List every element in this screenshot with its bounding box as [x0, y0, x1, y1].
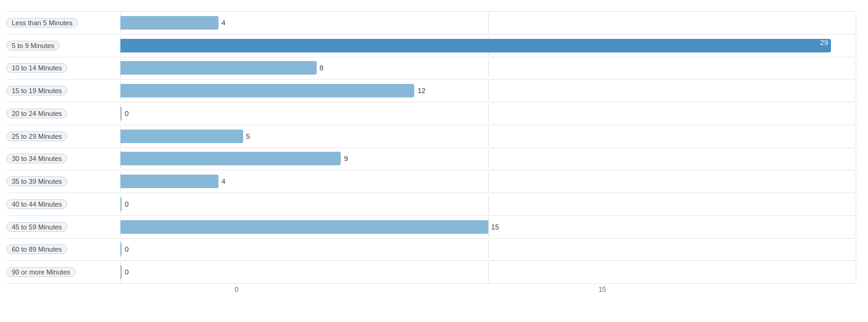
bar-section: 15 — [120, 217, 856, 237]
bar — [120, 152, 341, 165]
bar-label: Less than 5 Minutes — [6, 18, 78, 28]
bar-label: 20 to 24 Minutes — [6, 109, 67, 118]
chart-container: Less than 5 Minutes45 to 9 Minutes2910 t… — [0, 0, 868, 322]
bar-track: 9 — [120, 152, 856, 165]
bar-section: 9 — [120, 149, 856, 169]
bar-track: 0 — [120, 242, 856, 256]
bar-row: 30 to 34 Minutes9 — [6, 148, 856, 171]
bar — [120, 107, 122, 120]
bar-value: 29 — [820, 39, 828, 46]
bar-track: 29 — [120, 39, 856, 52]
bar — [120, 16, 219, 30]
chart-area: Less than 5 Minutes45 to 9 Minutes2910 t… — [6, 11, 856, 284]
bar-row: 10 to 14 Minutes8 — [6, 57, 856, 80]
bar-track: 0 — [120, 107, 856, 120]
bar — [120, 197, 122, 211]
row-label-wrap: 35 to 39 Minutes — [6, 176, 120, 186]
bar-row: 40 to 44 Minutes0 — [6, 193, 856, 216]
bar — [120, 242, 122, 256]
bar: 29 — [120, 39, 831, 52]
bar-value: 0 — [125, 110, 128, 117]
row-label-wrap: 20 to 24 Minutes — [6, 109, 120, 118]
bar-row: 35 to 39 Minutes4 — [6, 170, 856, 193]
bar-label: 10 to 14 Minutes — [6, 63, 67, 73]
bar-row: 90 or more Minutes0 — [6, 261, 856, 284]
row-label-wrap: Less than 5 Minutes — [6, 18, 120, 28]
bar-value: 9 — [344, 155, 348, 162]
bar-value: 15 — [491, 223, 499, 231]
bar-section: 29 — [120, 36, 856, 56]
x-tick: 0 — [235, 286, 238, 293]
bar-section: 0 — [120, 194, 856, 214]
bar-track: 0 — [120, 197, 856, 211]
bar-section: 4 — [120, 13, 856, 33]
bar-row: 20 to 24 Minutes0 — [6, 102, 856, 125]
bar-row: 25 to 29 Minutes5 — [6, 125, 856, 148]
bar-label: 5 to 9 Minutes — [6, 41, 60, 51]
bar-row: 15 to 19 Minutes12 — [6, 80, 856, 102]
bar-track: 4 — [120, 175, 856, 188]
x-tick: 15 — [598, 286, 606, 293]
row-label-wrap: 90 or more Minutes — [6, 267, 120, 277]
bar-value: 4 — [222, 19, 225, 27]
bar-value: 0 — [125, 268, 128, 276]
bar-label: 35 to 39 Minutes — [6, 176, 67, 186]
bar-label: 90 or more Minutes — [6, 267, 76, 277]
bar-track: 12 — [120, 84, 856, 97]
bar-track: 8 — [120, 61, 856, 75]
row-label-wrap: 60 to 89 Minutes — [6, 244, 120, 254]
bar-track: 15 — [120, 220, 856, 234]
bar — [120, 84, 414, 97]
bar-section: 5 — [120, 126, 856, 146]
bar — [120, 61, 317, 75]
bar-label: 40 to 44 Minutes — [6, 199, 67, 209]
bar-section: 4 — [120, 171, 856, 191]
bar-track: 0 — [120, 265, 856, 279]
bar-section: 12 — [120, 81, 856, 101]
bar-section: 0 — [120, 262, 856, 282]
bar-value: 8 — [320, 64, 323, 72]
row-label-wrap: 30 to 34 Minutes — [6, 154, 120, 163]
bar-row: 45 to 59 Minutes15 — [6, 216, 856, 239]
row-label-wrap: 40 to 44 Minutes — [6, 199, 120, 209]
bar-label: 60 to 89 Minutes — [6, 244, 67, 254]
bar-row: 5 to 9 Minutes29 — [6, 35, 856, 57]
bar-row: 60 to 89 Minutes0 — [6, 239, 856, 262]
row-label-wrap: 5 to 9 Minutes — [6, 41, 120, 51]
bar-label: 45 to 59 Minutes — [6, 222, 67, 232]
bar-track: 5 — [120, 130, 856, 143]
bar-value: 0 — [125, 246, 128, 253]
bar — [120, 220, 488, 234]
bar-value: 5 — [246, 133, 250, 140]
bar — [120, 265, 122, 279]
bar-value: 4 — [222, 178, 225, 185]
bar-track: 4 — [120, 16, 856, 30]
bar-section: 8 — [120, 59, 856, 78]
bar-label: 15 to 19 Minutes — [6, 86, 67, 96]
bar-value: 12 — [417, 87, 425, 94]
row-label-wrap: 45 to 59 Minutes — [6, 222, 120, 232]
bar-row: Less than 5 Minutes4 — [6, 11, 856, 35]
bar-label: 30 to 34 Minutes — [6, 154, 67, 163]
row-label-wrap: 15 to 19 Minutes — [6, 86, 120, 96]
bar-section: 0 — [120, 240, 856, 260]
row-label-wrap: 10 to 14 Minutes — [6, 63, 120, 73]
bar-label: 25 to 29 Minutes — [6, 131, 67, 141]
bar — [120, 130, 243, 143]
bar-value: 0 — [125, 200, 128, 208]
bar-section: 0 — [120, 104, 856, 123]
bar — [120, 175, 219, 188]
row-label-wrap: 25 to 29 Minutes — [6, 131, 120, 141]
x-axis: 01530 — [120, 284, 856, 296]
